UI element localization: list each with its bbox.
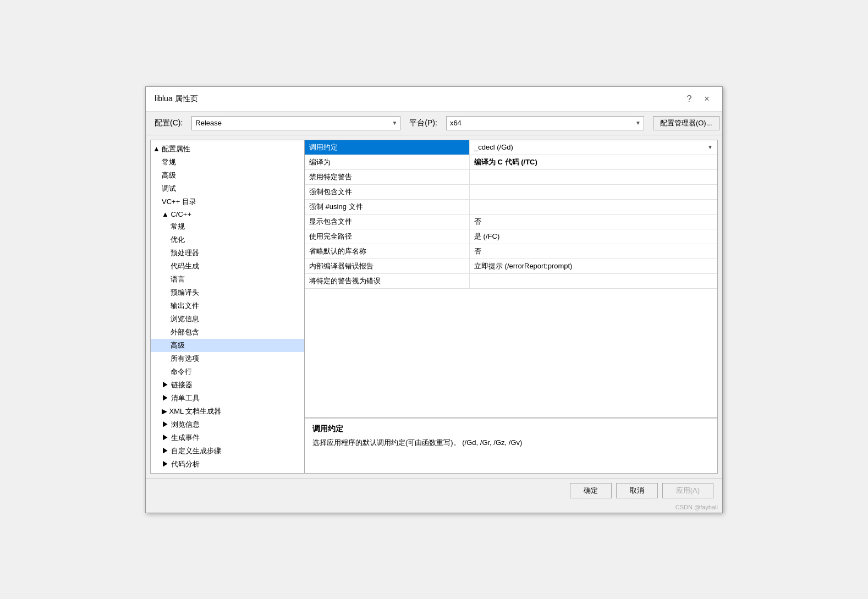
property-value: 是 (/FC) xyxy=(470,229,717,244)
right-panel: 调用约定_cdecl (/Gd)▼编译为编译为 C 代码 (/TC)禁用特定警告… xyxy=(305,140,717,473)
tree-item-cpp-advanced[interactable]: 高级 xyxy=(151,339,304,352)
help-button[interactable]: ? xyxy=(683,92,696,106)
tree-item-debug[interactable]: 调试 xyxy=(151,182,304,195)
property-value: _cdecl (/Gd)▼ xyxy=(470,140,717,155)
property-dropdown-arrow[interactable]: ▼ xyxy=(707,144,713,150)
tree-item-manifest[interactable]: ▶ 清单工具 xyxy=(151,392,304,405)
left-panel: ▲ 配置属性常规高级调试VC++ 目录▲ C/C++常规优化预处理器代码生成语言… xyxy=(151,140,305,473)
property-row[interactable]: 使用完全路径是 (/FC) xyxy=(305,229,717,244)
property-grid: 调用约定_cdecl (/Gd)▼编译为编译为 C 代码 (/TC)禁用特定警告… xyxy=(305,140,717,418)
tree-item-advanced[interactable]: 高级 xyxy=(151,169,304,182)
tree-item-cpp-external[interactable]: 外部包含 xyxy=(151,326,304,339)
tree-item-cpp-codegen[interactable]: 代码生成 xyxy=(151,260,304,273)
property-name: 内部编译器错误报告 xyxy=(305,259,470,273)
property-row[interactable]: 内部编译器错误报告立即提示 (/errorReport:prompt) xyxy=(305,259,717,274)
tree-item-general[interactable]: 常规 xyxy=(151,156,304,169)
property-name: 禁用特定警告 xyxy=(305,170,470,184)
property-value: 否 xyxy=(470,215,717,229)
description-title: 调用约定 xyxy=(312,424,710,434)
footer: 确定 取消 应用(A) xyxy=(146,478,722,503)
tree-item-code-analysis[interactable]: ▶ 代码分析 xyxy=(151,458,304,471)
property-row[interactable]: 显示包含文件否 xyxy=(305,215,717,229)
config-bar: 配置(C): Release ▼ 平台(P): x64 ▼ 配置管理器(O)..… xyxy=(146,112,722,135)
property-name: 将特定的警告视为错误 xyxy=(305,274,470,288)
tree-item-browse-info[interactable]: ▶ 浏览信息 xyxy=(151,418,304,431)
property-rows-container: 调用约定_cdecl (/Gd)▼编译为编译为 C 代码 (/TC)禁用特定警告… xyxy=(305,140,717,289)
platform-select-wrapper: x64 ▼ xyxy=(446,116,644,130)
close-button[interactable]: × xyxy=(700,92,713,106)
watermark: CSDN @fayball xyxy=(146,503,722,513)
description-panel: 调用约定 选择应用程序的默认调用约定(可由函数重写)。 (/Gd, /Gr, /… xyxy=(305,418,717,473)
property-name: 编译为 xyxy=(305,155,470,169)
tree-item-cpp-allopts[interactable]: 所有选项 xyxy=(151,352,304,365)
tree-item-cmdline[interactable]: 命令行 xyxy=(151,365,304,378)
cancel-button[interactable]: 取消 xyxy=(616,483,658,498)
property-value: 否 xyxy=(470,244,717,259)
property-row[interactable]: 编译为编译为 C 代码 (/TC) xyxy=(305,155,717,170)
property-name: 显示包含文件 xyxy=(305,215,470,229)
property-value: 编译为 C 代码 (/TC) xyxy=(470,155,717,169)
title-bar: liblua 属性页 ? × xyxy=(146,87,722,112)
tree-item-cpp-general[interactable]: 常规 xyxy=(151,220,304,233)
tree-item-build-events[interactable]: ▶ 生成事件 xyxy=(151,431,304,444)
tree-item-cpp-output[interactable]: 输出文件 xyxy=(151,299,304,312)
dialog-title: liblua 属性页 xyxy=(155,94,198,104)
property-row[interactable]: 省略默认的库名称否 xyxy=(305,244,717,259)
config-manager-button[interactable]: 配置管理器(O)... xyxy=(653,116,719,130)
property-row[interactable]: 强制 #using 文件 xyxy=(305,200,717,215)
property-name: 省略默认的库名称 xyxy=(305,244,470,259)
config-select-wrapper: Release ▼ xyxy=(191,116,400,130)
property-name: 使用完全路径 xyxy=(305,229,470,244)
dialog: liblua 属性页 ? × 配置(C): Release ▼ 平台(P): x… xyxy=(145,86,723,513)
tree-item-xml-gen[interactable]: ▶ XML 文档生成器 xyxy=(151,405,304,418)
property-row[interactable]: 禁用特定警告 xyxy=(305,170,717,185)
property-name: 强制 #using 文件 xyxy=(305,200,470,214)
tree-item-cpp-preproc[interactable]: 预处理器 xyxy=(151,246,304,260)
property-name: 强制包含文件 xyxy=(305,185,470,199)
property-row[interactable]: 将特定的警告视为错误 xyxy=(305,274,717,289)
description-text: 选择应用程序的默认调用约定(可由函数重写)。 (/Gd, /Gr, /Gz, /… xyxy=(312,437,710,449)
tree-item-vcpp-dirs[interactable]: VC++ 目录 xyxy=(151,195,304,208)
title-bar-buttons: ? × xyxy=(683,92,713,106)
config-label: 配置(C): xyxy=(155,118,183,128)
property-row[interactable]: 调用约定_cdecl (/Gd)▼ xyxy=(305,140,717,155)
tree-item-cpp[interactable]: ▲ C/C++ xyxy=(151,208,304,220)
tree-item-cpp-lang[interactable]: 语言 xyxy=(151,273,304,286)
tree-item-cpp-browse[interactable]: 浏览信息 xyxy=(151,312,304,326)
tree-container: ▲ 配置属性常规高级调试VC++ 目录▲ C/C++常规优化预处理器代码生成语言… xyxy=(151,142,304,471)
property-value xyxy=(470,170,717,184)
tree-item-cpp-opt[interactable]: 优化 xyxy=(151,233,304,246)
config-select[interactable]: Release xyxy=(191,116,400,130)
tree-item-cpp-pch[interactable]: 预编译头 xyxy=(151,286,304,299)
tree-item-linker[interactable]: ▶ 链接器 xyxy=(151,378,304,392)
property-value xyxy=(470,185,717,199)
property-name: 调用约定 xyxy=(305,140,470,155)
property-row[interactable]: 强制包含文件 xyxy=(305,185,717,200)
tree-item-config-props[interactable]: ▲ 配置属性 xyxy=(151,142,304,156)
platform-label: 平台(P): xyxy=(409,118,437,128)
property-value xyxy=(470,200,717,214)
apply-button[interactable]: 应用(A) xyxy=(662,483,713,498)
tree-item-custom-build[interactable]: ▶ 自定义生成步骤 xyxy=(151,444,304,458)
property-value: 立即提示 (/errorReport:prompt) xyxy=(470,259,717,273)
ok-button[interactable]: 确定 xyxy=(570,483,612,498)
platform-select[interactable]: x64 xyxy=(446,116,644,130)
property-value xyxy=(470,274,717,288)
main-content: ▲ 配置属性常规高级调试VC++ 目录▲ C/C++常规优化预处理器代码生成语言… xyxy=(150,140,718,474)
